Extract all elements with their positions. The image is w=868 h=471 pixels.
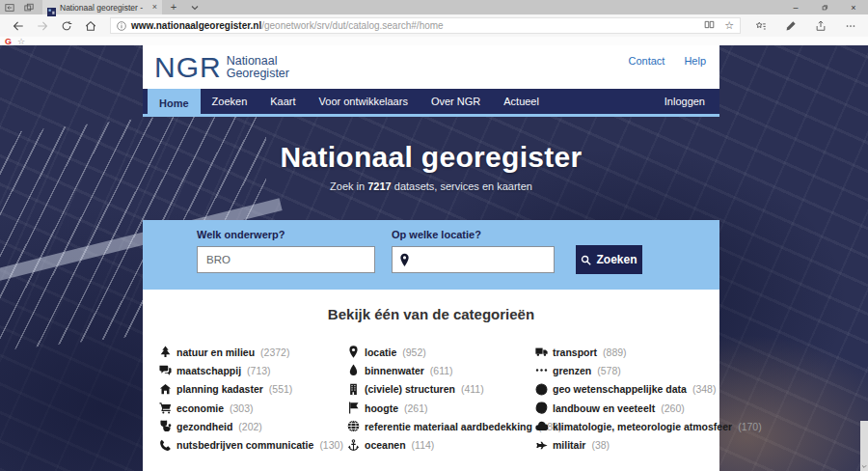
- category-label: referentie materiaal aardbedekking: [365, 421, 532, 432]
- category-item-militair[interactable]: militair(38): [535, 439, 723, 452]
- category-count: (411): [461, 383, 484, 395]
- more-options-icon[interactable]: [838, 16, 862, 36]
- category-count: (889): [603, 346, 627, 358]
- browser-tab[interactable]: Nationaal georegister - ×: [42, 0, 162, 14]
- subtitle-suffix: datasets, services en kaarten: [392, 180, 532, 192]
- dataset-count: 7217: [367, 180, 391, 192]
- bookmark-favicon[interactable]: G: [5, 37, 12, 45]
- building-icon: [347, 383, 360, 396]
- category-item-binnenwater[interactable]: binnenwater(611): [347, 364, 535, 376]
- category-item-gezondheid[interactable]: gezondheid(202): [159, 420, 347, 432]
- category-item-transport[interactable]: transport(889): [535, 346, 723, 358]
- nav-item-voor-ontwikkelaars[interactable]: Voor ontwikkelaars: [308, 89, 420, 114]
- search-button[interactable]: Zoeken: [576, 245, 642, 274]
- nav-login[interactable]: Inloggen: [650, 89, 719, 114]
- ngr-logo[interactable]: NGR Nationaal Georegister: [154, 51, 289, 84]
- close-button[interactable]: ×: [839, 0, 868, 14]
- nav-item-actueel[interactable]: Actueel: [492, 89, 551, 114]
- category-item-planning-kadaster[interactable]: planning kadaster(551): [159, 383, 347, 396]
- category-item-economie[interactable]: economie(303): [159, 402, 347, 414]
- category-item-maatschappij[interactable]: maatschappij(713): [159, 364, 347, 376]
- share-icon[interactable]: [808, 16, 832, 36]
- back-icon[interactable]: [6, 16, 30, 36]
- tab-close-icon[interactable]: ×: [152, 0, 157, 14]
- category-count: (713): [247, 365, 271, 376]
- scroll-down-icon: [861, 464, 867, 469]
- set-tabs-aside-icon[interactable]: [0, 0, 19, 14]
- category-item-klimatologie-meteorologie-atmosfeer[interactable]: klimatologie, meteorologie atmosfeer(170…: [535, 420, 723, 432]
- forward-icon[interactable]: [30, 16, 54, 36]
- refresh-icon[interactable]: [54, 16, 78, 36]
- page-scrollbar[interactable]: [860, 421, 868, 471]
- nav-item-kaart[interactable]: Kaart: [258, 89, 307, 114]
- category-item-nutsbedrijven-communicatie[interactable]: nutsbedrijven communicatie(130): [159, 439, 347, 452]
- globe-icon: [347, 420, 360, 432]
- browser-address-bar: www.nationaalgeoregister.nl/geonetwork/s…: [0, 14, 868, 37]
- hub-favorites-icon[interactable]: [748, 16, 773, 36]
- category-count: (130): [319, 439, 343, 451]
- info-icon[interactable]: [117, 21, 126, 31]
- home-icon: [159, 383, 172, 396]
- category-count: (38): [591, 439, 610, 451]
- drop-icon: [347, 364, 360, 376]
- home-icon[interactable]: [78, 16, 102, 36]
- search-icon: [581, 255, 591, 265]
- nav-item-home[interactable]: Home: [148, 89, 201, 117]
- map-pin-icon: [399, 253, 410, 267]
- url-path: /geonetwork/srv/dut/catalog.search#/home: [261, 20, 443, 31]
- category-count: (578): [597, 365, 621, 376]
- header-link-help[interactable]: Help: [684, 55, 706, 67]
- tab-preview-icon[interactable]: [19, 0, 39, 14]
- category-item-landbouw-en-veeteelt[interactable]: landbouw en veeteelt(260): [535, 402, 723, 414]
- hero-subtitle: Zoek in 7217 datasets, services en kaart…: [330, 180, 532, 192]
- location-search-input[interactable]: [416, 254, 547, 265]
- category-item-hoogte[interactable]: hoogte(261): [347, 402, 535, 414]
- topic-search-input[interactable]: [197, 246, 375, 273]
- location-label: Op welke locatie?: [392, 229, 481, 240]
- category-label: oceanen: [365, 439, 406, 451]
- category-item-locatie[interactable]: locatie(952): [347, 346, 535, 358]
- minimize-button[interactable]: –: [781, 0, 810, 14]
- nav-item-zoeken[interactable]: Zoeken: [201, 89, 259, 114]
- categories-heading: Bekijk één van de categorieën: [143, 306, 719, 322]
- site-favicon: [47, 3, 56, 12]
- page-title: Nationaal georegister: [280, 141, 582, 174]
- category-label: klimatologie, meteorologie atmosfeer: [553, 421, 732, 432]
- url-field-actions: ☆: [704, 19, 734, 32]
- web-note-pen-icon[interactable]: [778, 16, 802, 36]
- favorite-star-icon[interactable]: ☆: [724, 20, 734, 31]
- reading-view-icon[interactable]: [704, 19, 715, 32]
- new-tab-button[interactable]: +: [162, 0, 185, 14]
- category-label: planning kadaster: [176, 383, 263, 395]
- location-search-field[interactable]: [392, 246, 555, 273]
- category-item-geo-wetenschappelijke-data[interactable]: geo wetenschappelijke data(348): [535, 383, 723, 396]
- nav-item-over-ngr[interactable]: Over NGR: [420, 89, 492, 114]
- restore-button[interactable]: [810, 0, 839, 14]
- geodata-icon: [535, 383, 548, 396]
- address-bar[interactable]: www.nationaalgeoregister.nl/geonetwork/s…: [110, 17, 741, 34]
- cloud-icon: [535, 420, 548, 432]
- category-item-civiele-structuren[interactable]: (civiele) structuren(411): [347, 383, 535, 396]
- browser-tab-bar: Nationaal georegister - × + – ×: [0, 0, 868, 14]
- category-count: (170): [738, 421, 762, 432]
- category-item-referentie-materiaal-aardbedekking[interactable]: referentie materiaal aardbedekking(186): [347, 420, 535, 432]
- category-count: (551): [269, 383, 293, 395]
- category-count: (260): [661, 402, 685, 414]
- category-count: (303): [230, 402, 254, 414]
- header-link-contact[interactable]: Contact: [628, 55, 665, 67]
- tab-list-chevron-icon[interactable]: [185, 0, 204, 14]
- category-label: grenzen: [553, 365, 591, 376]
- bookmark-star-icon[interactable]: ☆: [17, 37, 25, 45]
- tab-title: Nationaal georegister -: [60, 3, 149, 13]
- category-item-natuur-en-milieu[interactable]: natuur en milieu(2372): [159, 346, 347, 358]
- category-label: nutsbedrijven communicatie: [176, 439, 313, 451]
- category-item-oceanen[interactable]: oceanen(114): [347, 439, 535, 452]
- truck-icon: [535, 346, 548, 358]
- category-label: binnenwater: [365, 365, 424, 376]
- flag-icon: [347, 402, 360, 414]
- category-item-grenzen[interactable]: grenzen(578): [535, 364, 723, 376]
- browser-action-icons: [748, 16, 862, 36]
- window-controls: – ×: [781, 0, 868, 14]
- subtitle-prefix: Zoek in: [330, 180, 367, 192]
- logo-text: Nationaal Georegister: [227, 51, 289, 80]
